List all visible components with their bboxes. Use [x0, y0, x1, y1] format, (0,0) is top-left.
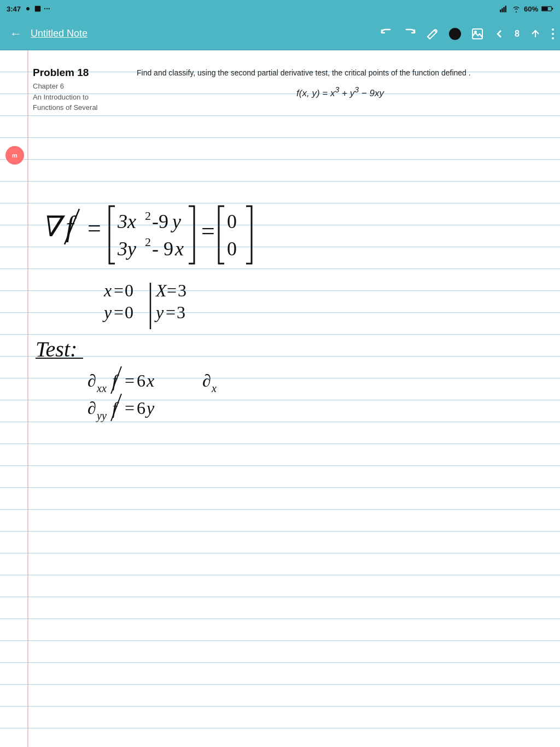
problem-right: Find and classify, using the second part… — [137, 67, 544, 101]
problem-title: Problem 18 — [33, 67, 120, 79]
pen-button[interactable] — [426, 27, 439, 40]
svg-rect-4 — [503, 7, 504, 13]
chevron-left-button[interactable] — [494, 27, 505, 40]
status-dots: ··· — [44, 4, 50, 13]
m-badge: m — [5, 146, 24, 165]
problem-section: Problem 18 Chapter 6 An Introduction to … — [33, 61, 544, 113]
svg-rect-5 — [505, 5, 506, 12]
problem-description: Find and classify, using the second part… — [137, 67, 544, 79]
back-button[interactable]: ← — [5, 25, 26, 43]
toolbar: ← Untitled Note 8 — [0, 17, 560, 50]
phone-icon — [24, 5, 32, 13]
svg-rect-7 — [542, 7, 548, 10]
svg-point-0 — [26, 7, 30, 10]
more-options-button[interactable] — [551, 27, 555, 40]
problem-left: Problem 18 Chapter 6 An Introduction to … — [33, 67, 120, 113]
status-bar: 3:47 ··· 60% — [0, 0, 560, 17]
note-content: Problem 18 Chapter 6 An Introduction to … — [0, 50, 560, 747]
undo-button[interactable] — [380, 27, 393, 40]
status-time: 3:47 — [7, 5, 21, 13]
svg-point-15 — [552, 37, 554, 39]
color-selector[interactable] — [449, 28, 461, 40]
problem-chapter: Chapter 6 An Introduction to Functions o… — [33, 81, 120, 113]
svg-rect-8 — [552, 8, 553, 9]
svg-point-13 — [552, 28, 554, 31]
svg-rect-2 — [500, 10, 501, 13]
note-title[interactable]: Untitled Note — [31, 28, 376, 39]
svg-rect-3 — [501, 8, 503, 12]
notification-icon — [34, 5, 42, 13]
add-page-button[interactable] — [529, 27, 541, 40]
main-content: Problem 18 Chapter 6 An Introduction to … — [0, 50, 560, 747]
problem-formula: f(x, y) = x3 + y3 − 9xy — [137, 83, 544, 101]
battery-icon — [541, 5, 553, 12]
svg-rect-1 — [35, 6, 41, 12]
wifi-icon — [512, 5, 521, 13]
page-number: 8 — [515, 29, 520, 39]
svg-point-14 — [552, 33, 554, 35]
image-button[interactable] — [471, 27, 484, 40]
redo-button[interactable] — [403, 27, 416, 40]
signal-icon — [500, 5, 509, 13]
battery-text: 60% — [524, 5, 538, 13]
